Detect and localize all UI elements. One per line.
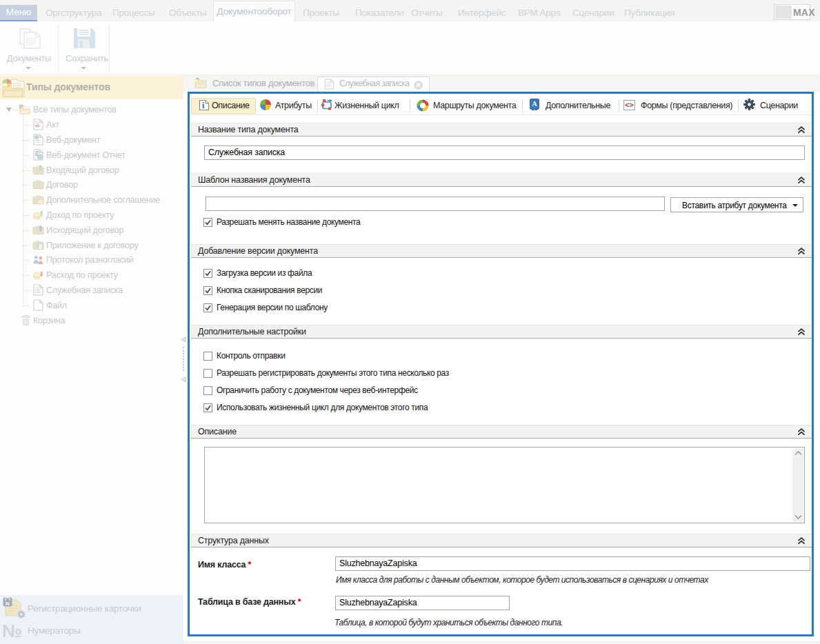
svg-text:A: A bbox=[532, 100, 537, 108]
svg-text:N: N bbox=[6, 601, 10, 607]
svg-text:<>: <> bbox=[625, 101, 633, 109]
svg-text:№: № bbox=[2, 621, 22, 641]
